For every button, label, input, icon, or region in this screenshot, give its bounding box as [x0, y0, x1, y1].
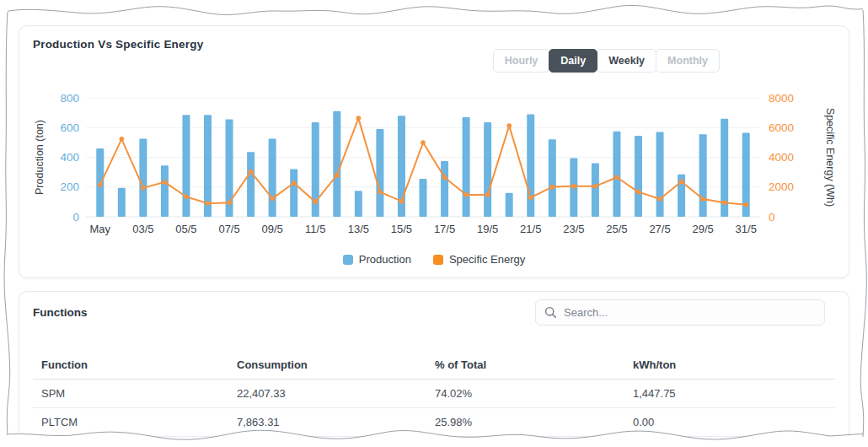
legend-item-specific-energy[interactable]: Specific Energy	[433, 253, 525, 266]
cell-consumption: 7,863.31	[237, 416, 435, 428]
chart-legend: Production Specific Energy	[19, 253, 849, 266]
x-axis-tick-label: 15/5	[391, 223, 412, 235]
specific-energy-marker	[593, 184, 598, 189]
x-axis-tick-label: 05/5	[175, 223, 196, 235]
range-button-monthly[interactable]: Monthly	[656, 49, 720, 73]
production-bar	[355, 191, 362, 217]
specific-energy-marker	[743, 202, 748, 207]
x-axis-tick-label: 31/5	[736, 223, 757, 235]
production-bar	[613, 132, 620, 217]
production-vs-specific-energy-chart: 002002000400400060060008008000Production…	[28, 77, 842, 245]
specific-energy-marker	[141, 186, 146, 191]
x-axis-tick-label: 13/5	[348, 223, 369, 235]
functions-title: Functions	[33, 306, 88, 319]
production-bar	[549, 139, 556, 217]
col-header-pct-total: % of Total	[435, 358, 633, 371]
left-axis-tick-label: 0	[72, 211, 79, 224]
specific-energy-marker	[528, 195, 533, 200]
right-axis-tick-label: 2000	[769, 180, 794, 193]
x-axis-tick-label: 29/5	[692, 223, 713, 235]
dashboard: Production Vs Specific Energy Hourly Dai…	[0, 0, 868, 447]
right-axis-tick-label: 8000	[769, 92, 794, 105]
specific-energy-marker	[335, 173, 340, 178]
specific-energy-marker	[227, 200, 232, 205]
production-bar	[635, 136, 642, 217]
x-axis-tick-label: 27/5	[649, 223, 670, 235]
specific-energy-marker	[700, 197, 705, 202]
specific-energy-marker	[249, 170, 254, 175]
x-axis-tick-label: 19/5	[477, 223, 498, 235]
cell-pct-total: 25.98%	[435, 416, 633, 428]
specific-energy-swatch	[433, 255, 443, 265]
specific-energy-marker	[679, 179, 684, 184]
cell-kwh-ton: 1,447.75	[633, 387, 835, 400]
specific-energy-marker	[399, 199, 405, 204]
torn-edge-top	[0, 0, 868, 15]
specific-energy-marker	[421, 140, 426, 145]
production-bar	[592, 164, 599, 217]
production-bar	[290, 170, 297, 217]
production-swatch	[343, 255, 353, 265]
search-box[interactable]	[535, 299, 825, 326]
range-button-weekly[interactable]: Weekly	[597, 49, 656, 73]
chart-canvas: 002002000400400060060008008000Production…	[28, 77, 842, 245]
specific-energy-marker	[356, 116, 362, 121]
production-chart-card: Production Vs Specific Energy Hourly Dai…	[19, 25, 849, 278]
production-bar	[161, 165, 169, 217]
range-button-daily[interactable]: Daily	[549, 49, 597, 73]
specific-energy-marker	[549, 185, 555, 190]
specific-energy-marker	[571, 184, 576, 189]
torn-edge-right	[856, 0, 868, 447]
x-axis-tick-label: 23/5	[563, 223, 584, 235]
specific-energy-marker	[163, 180, 168, 185]
cell-pct-total: 74.02%	[435, 387, 633, 400]
search-icon	[544, 306, 557, 319]
right-axis-tick-label: 6000	[769, 121, 794, 134]
specific-energy-marker	[485, 192, 490, 197]
specific-energy-marker	[442, 175, 447, 180]
specific-energy-marker	[98, 182, 103, 187]
x-axis-tick-label: 17/5	[434, 223, 455, 235]
production-bar	[182, 115, 190, 217]
legend-item-production[interactable]: Production	[343, 253, 411, 266]
production-bar	[527, 114, 534, 217]
specific-energy-marker	[206, 201, 211, 206]
specific-energy-marker	[722, 200, 727, 205]
specific-energy-marker	[184, 194, 189, 199]
x-axis-tick-label: 21/5	[520, 223, 541, 235]
cell-kwh-ton: 0.00	[633, 416, 835, 428]
specific-energy-marker	[506, 123, 512, 128]
x-axis-tick-label: 25/5	[606, 223, 627, 235]
specific-energy-marker	[292, 180, 297, 186]
production-bar	[376, 129, 383, 217]
specific-energy-marker	[463, 192, 469, 197]
x-axis-tick-label: 03/5	[132, 223, 153, 235]
left-axis-tick-label: 400	[60, 151, 79, 164]
range-selector: Hourly Daily Weekly Monthly	[494, 49, 720, 73]
left-axis-tick-label: 800	[60, 92, 79, 105]
production-bar	[420, 179, 427, 217]
functions-card-header: Functions	[19, 292, 849, 334]
specific-energy-marker	[614, 175, 619, 180]
production-bar	[656, 132, 664, 217]
col-header-kwh-ton: kWh/ton	[633, 358, 835, 371]
production-bar	[139, 138, 147, 217]
search-input[interactable]	[564, 306, 816, 319]
production-bar	[463, 117, 470, 217]
legend-label-production: Production	[359, 253, 411, 266]
production-bar	[441, 161, 448, 217]
range-button-hourly[interactable]: Hourly	[493, 49, 550, 73]
left-axis-title: Production (ton)	[34, 120, 46, 195]
right-axis-title: Specific Energy (Wh)	[824, 108, 836, 207]
production-bars	[96, 111, 749, 217]
legend-label-specific-energy: Specific Energy	[449, 253, 525, 266]
table-header-row: Function Consumption % of Total kWh/ton	[33, 351, 835, 380]
left-axis-tick-label: 200	[60, 180, 79, 193]
specific-energy-marker	[270, 197, 275, 202]
table-row: SPM 22,407.33 74.02% 1,447.75	[33, 380, 835, 408]
production-bar	[333, 111, 340, 217]
specific-energy-marker	[120, 137, 125, 142]
x-axis-tick-label: May	[89, 223, 110, 235]
x-axis-tick-label: 11/5	[305, 223, 325, 235]
cell-consumption: 22,407.33	[237, 387, 435, 400]
